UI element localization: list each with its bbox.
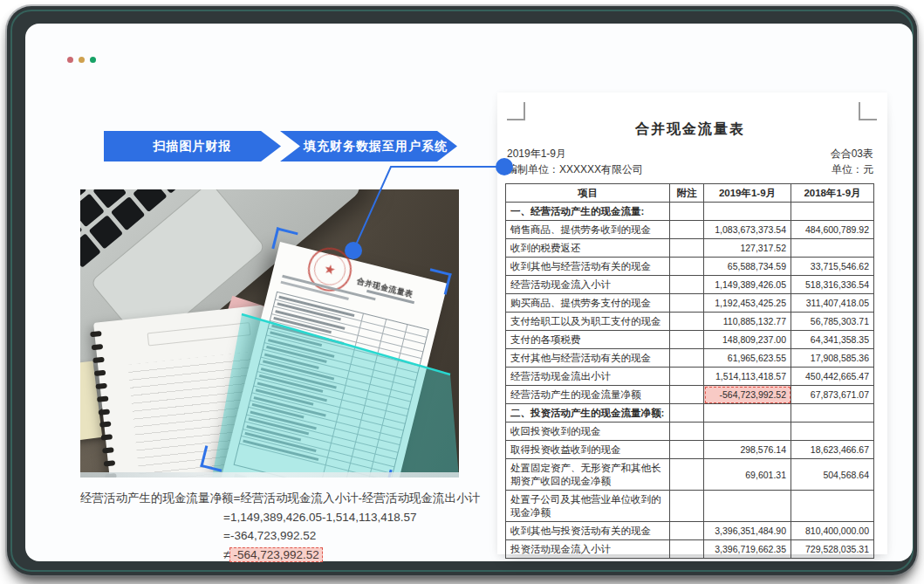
step-banner-scan: 扫描图片财报 (104, 131, 281, 161)
table-row: 处置固定资产、无形资产和其他长期资产收回的现金净额69,601.31504,56… (506, 459, 874, 491)
value-2018-cell: 450,442,665.47 (791, 368, 874, 386)
note-cell (670, 331, 704, 349)
note-cell (670, 540, 704, 559)
table-row: 收到其他与投资活动有关的现金3,396,351,484.90810,400,00… (506, 522, 874, 540)
table-row: 支付的各项税费148,809,237.0064,341,358.35 (506, 331, 874, 349)
value-2019-cell (704, 404, 791, 423)
note-cell (670, 522, 704, 540)
photo-doc-table (234, 292, 429, 478)
value-2018-cell: 17,908,585.36 (791, 349, 874, 368)
item-cell: 收回投资收到的现金 (506, 423, 670, 441)
item-cell: 收到其他与经营活动有关的现金 (506, 258, 670, 276)
value-2018-cell: 56,785,303.71 (791, 313, 874, 331)
table-row: 取得投资收益收到的现金298,576.1418,623,466.67 (506, 441, 874, 459)
value-2018-cell: 311,407,418.05 (791, 294, 874, 313)
table-row: 处置子公司及其他营业单位收到的现金净额 (506, 491, 874, 522)
red-seal-star-icon: ★ (322, 260, 337, 278)
item-cell: 销售商品、提供劳务收到的现金 (506, 221, 670, 239)
note-cell (670, 276, 704, 294)
item-cell: 二、投资活动产生的现金流量净额: (506, 404, 670, 423)
value-2018-cell: 67,873,671.07 (791, 386, 874, 404)
item-cell: 支付其他与经营活动有关的现金 (506, 349, 670, 368)
note-cell (670, 313, 704, 331)
formula-line-2: =1,149,389,426.05-1,514,113,418.57 (223, 508, 480, 527)
note-cell (670, 239, 704, 258)
table-row: 支付其他与经营活动有关的现金61,965,623.5517,908,585.36 (506, 349, 874, 368)
value-2019-cell: 65,588,734.59 (704, 258, 791, 276)
value-2018-cell: 33,715,546.62 (791, 258, 874, 276)
scan-photo: ★ 合并现金流量表 (80, 189, 459, 478)
note-cell (670, 423, 704, 441)
value-2019-cell (704, 423, 791, 441)
note-cell (670, 349, 704, 368)
table-row: 收到的税费返还127,317.52 (506, 239, 874, 258)
item-cell: 处置子公司及其他营业单位收到的现金净额 (506, 491, 670, 522)
maximize-window-icon[interactable] (90, 57, 96, 63)
value-2018-cell: 484,600,789.92 (791, 221, 874, 239)
value-2018-cell: 810,400,000.00 (791, 522, 874, 540)
value-2019-cell: 1,192,453,425.25 (704, 294, 791, 313)
table-row: 一、经营活动产生的现金流量: (506, 203, 874, 221)
value-2019-cell (704, 491, 791, 522)
table-row: 二、投资活动产生的现金流量净额: (506, 404, 874, 423)
table-row: 投资活动现金流入小计3,396,719,662.35729,528,035.31 (506, 540, 874, 559)
col-header-2018: 2018年1-9月 (791, 184, 874, 203)
step-banner-fill-data: 填充财务数据至用户系统 (280, 131, 457, 161)
formula-line-1: 经营活动产生的现金流量净额=经营活动现金流入小计-经营活动现金流出小计 (80, 489, 480, 508)
value-2018-cell (791, 404, 874, 423)
statement-prepared-by: 编制单位：XXXXXX有限公司 (507, 162, 643, 177)
col-header-2019: 2019年1-9月 (704, 184, 791, 203)
app-screenshot: 扫描图片财报 填充财务数据至用户系统 (0, 0, 924, 584)
window-controls (67, 57, 96, 63)
value-2018-cell: 18,623,466.67 (791, 441, 874, 459)
item-cell: 一、经营活动产生的现金流量: (506, 203, 670, 221)
note-cell (670, 459, 704, 491)
browser-window-frame: 扫描图片财报 填充财务数据至用户系统 (7, 6, 917, 575)
value-2018-cell (791, 423, 874, 441)
minimize-window-icon[interactable] (79, 57, 85, 63)
value-2018-cell: 504,568.64 (791, 459, 874, 491)
value-2019-cell: 127,317.52 (704, 239, 791, 258)
note-cell (670, 386, 704, 404)
statement-title: 合并现金流量表 (506, 120, 874, 139)
value-2019-cell: 110,885,132.77 (704, 313, 791, 331)
photo-doc-signature (233, 473, 362, 478)
cash-flow-table: 项目 附注 2019年1-9月 2018年1-9月 一、经营活动产生的现金流量:… (505, 183, 874, 559)
value-2019-cell: 298,576.14 (704, 441, 791, 459)
note-cell (670, 294, 704, 313)
window-content: 扫描图片财报 填充财务数据至用户系统 (25, 24, 913, 561)
formula-line-3: =-364,723,992.52 (223, 526, 480, 546)
formula-line-4: ≠-564,723,992.52 (223, 546, 480, 565)
value-2018-cell: 729,528,035.31 (791, 540, 874, 559)
value-2019-cell: 69,601.31 (704, 459, 791, 491)
table-row: 购买商品、提供劳务支付的现金1,192,453,425.25311,407,41… (506, 294, 874, 313)
value-2019-cell: -564,723,992.52 (704, 386, 791, 404)
item-cell: 经营活动现金流入小计 (506, 276, 670, 294)
item-cell: 收到的税费返还 (506, 239, 670, 258)
note-cell (670, 203, 704, 221)
note-cell (670, 491, 704, 522)
validation-formula: 经营活动产生的现金流量净额=经营活动现金流入小计-经营活动现金流出小计 =1,1… (80, 489, 480, 564)
step-label: 填充财务数据至用户系统 (304, 139, 448, 155)
statement-unit: 单位：元 (832, 162, 873, 177)
table-row: 收到其他与经营活动有关的现金65,588,734.5933,715,546.62 (506, 258, 874, 276)
table-row: 经营活动现金流入小计1,149,389,426.05518,316,336.54 (506, 276, 874, 294)
item-cell: 投资活动现金流入小计 (506, 540, 670, 559)
step-label: 扫描图片财报 (154, 139, 232, 155)
col-header-item: 项目 (506, 184, 670, 203)
value-2019-cell: 148,809,237.00 (704, 331, 791, 349)
note-cell (670, 441, 704, 459)
value-2018-cell: 518,316,336.54 (791, 276, 874, 294)
item-cell: 经营活动现金流出小计 (506, 368, 670, 386)
note-cell (670, 258, 704, 276)
close-window-icon[interactable] (67, 57, 73, 63)
value-2019-cell: 3,396,351,484.90 (704, 522, 791, 540)
table-row: 经营活动产生的现金流量净额-564,723,992.5267,873,671.0… (506, 386, 874, 404)
note-cell (670, 404, 704, 423)
item-cell: 处置固定资产、无形资产和其他长期资产收回的现金净额 (506, 459, 670, 491)
item-cell: 收到其他与投资活动有关的现金 (506, 522, 670, 540)
value-2018-cell (791, 491, 874, 522)
crop-mark-icon (859, 102, 877, 120)
mismatch-value-badge: -564,723,992.52 (229, 547, 322, 562)
statement-table-body: 一、经营活动产生的现金流量:销售商品、提供劳务收到的现金1,083,673,37… (506, 203, 874, 559)
